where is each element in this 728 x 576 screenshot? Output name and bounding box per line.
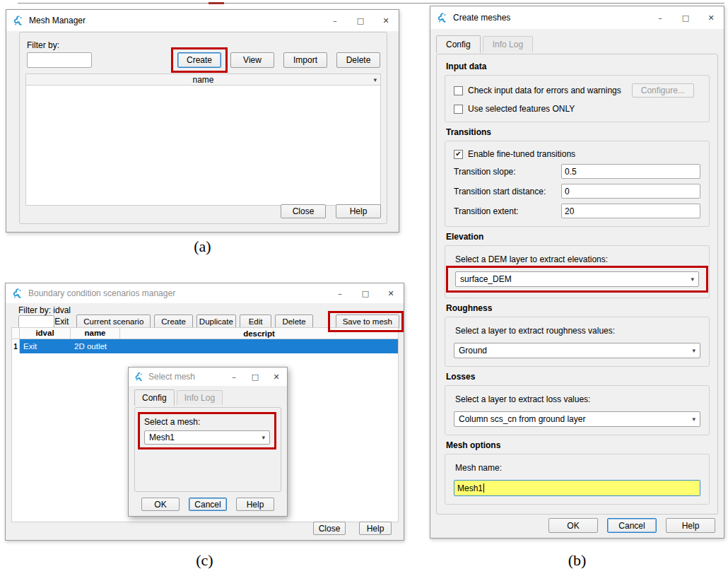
cell-idval: Exit <box>20 342 71 351</box>
filter-by-idval-label: Filter by: idval <box>18 305 71 315</box>
mesh-options-heading: Mesh options <box>446 440 710 450</box>
crop-artifact-line <box>18 3 724 4</box>
mesh-options-group: Mesh name: Mesh1 <box>445 454 710 505</box>
cancel-button[interactable]: Cancel <box>189 498 227 511</box>
titlebar[interactable]: Boundary condition scenarios manager – □… <box>6 283 404 303</box>
check-input-data-label: Check input data for errors and warnings <box>468 86 621 95</box>
mesh-name-input[interactable]: Mesh1 <box>454 480 700 496</box>
save-to-mesh-button[interactable]: Save to mesh <box>336 315 399 329</box>
mesh-manager-window: Mesh Manager – □ ✕ Filter by: Create Vie… <box>6 9 399 233</box>
help-button[interactable]: Help <box>336 204 381 218</box>
current-scenario-name: Exit <box>54 317 69 327</box>
checkmark-icon: ✔ <box>455 151 461 158</box>
loss-layer-select[interactable]: Column scs_cn from ground layer ▾ <box>454 411 700 427</box>
mesh-name-value: Mesh1 <box>457 483 483 493</box>
filter-input[interactable] <box>27 52 92 68</box>
tab-config[interactable]: Config <box>436 35 481 53</box>
window-title: Select mesh <box>148 372 195 382</box>
figure-caption-c: (c) <box>5 551 404 570</box>
filter-input[interactable] <box>18 315 54 329</box>
tab-info-log[interactable]: Info Log <box>177 390 223 405</box>
maximize-icon[interactable]: □ <box>353 283 378 303</box>
cell-name: 2D outlet <box>71 342 120 351</box>
tab-info-log[interactable]: Info Log <box>483 36 533 52</box>
import-button[interactable]: Import <box>283 52 327 68</box>
chevron-down-icon: ▾ <box>691 276 694 283</box>
check-input-data-checkbox[interactable] <box>454 86 463 95</box>
input-data-group: Check input data for errors and warnings… <box>445 75 710 122</box>
dem-layer-value: surface_DEM <box>460 274 512 284</box>
enable-transitions-checkbox[interactable]: ✔ <box>454 150 463 159</box>
edit-button[interactable]: Edit <box>240 315 272 329</box>
duplicate-button[interactable]: Duplicate <box>196 315 236 329</box>
transition-start-distance-label: Transition start distance: <box>454 187 561 196</box>
roughness-heading: Roughness <box>446 303 710 313</box>
losses-heading: Losses <box>446 372 710 382</box>
help-button[interactable]: Help <box>666 518 715 533</box>
mesh-name-label: Mesh name: <box>455 463 700 473</box>
use-selected-features-checkbox[interactable] <box>454 105 463 114</box>
loss-layer-label: Select a layer to extract loss values: <box>455 394 700 404</box>
current-scenario-button[interactable]: Current scenario <box>76 315 151 329</box>
table-body-empty[interactable] <box>25 86 381 206</box>
view-button[interactable]: View <box>230 52 274 68</box>
table-row-selected[interactable]: 1 Exit 2D outlet <box>11 339 399 353</box>
mesh-select[interactable]: Mesh1 ▾ <box>144 430 270 445</box>
minimize-icon[interactable]: – <box>647 6 673 29</box>
tab-config[interactable]: Config <box>134 389 175 406</box>
titlebar[interactable]: Create meshes – □ ✕ <box>430 6 724 29</box>
chevron-down-icon: ▾ <box>262 434 265 441</box>
cancel-button[interactable]: Cancel <box>607 518 657 533</box>
ok-button[interactable]: OK <box>141 498 180 511</box>
close-button[interactable]: Close <box>281 204 326 218</box>
crop-artifact-red-mark <box>209 2 224 4</box>
filter-by-label: Filter by: <box>27 40 59 50</box>
elevation-group: Select a DEM layer to extract elevations… <box>445 245 710 298</box>
delete-button[interactable]: Delete <box>275 315 312 329</box>
create-button[interactable]: Create <box>177 52 221 68</box>
dem-layer-select[interactable]: surface_DEM ▾ <box>455 271 699 287</box>
maximize-icon[interactable]: □ <box>673 6 698 29</box>
elevation-heading: Elevation <box>446 232 710 242</box>
titlebar[interactable]: Mesh Manager – □ ✕ <box>6 10 399 31</box>
transition-extent-input[interactable]: 20 <box>561 204 700 218</box>
transition-start-distance-input[interactable]: 0 <box>561 184 700 199</box>
app-icon <box>13 16 23 26</box>
select-mesh-label: Select a mesh: <box>144 417 270 427</box>
chevron-down-icon[interactable]: ▾ <box>373 76 377 83</box>
maximize-icon[interactable]: □ <box>348 10 373 31</box>
transition-slope-input[interactable]: 0.5 <box>561 164 700 179</box>
roughness-group: Select a layer to extract roughness valu… <box>445 317 710 367</box>
app-icon <box>437 13 447 23</box>
chevron-down-icon: ▾ <box>692 416 695 423</box>
transition-slope-label: Transition slope: <box>454 167 561 177</box>
help-button[interactable]: Help <box>236 498 274 511</box>
roughness-layer-select[interactable]: Ground ▾ <box>454 343 700 358</box>
tab-bar: Config Info Log <box>436 35 533 52</box>
maximize-icon[interactable]: □ <box>245 368 266 386</box>
column-header-idval: idval <box>20 328 71 339</box>
minimize-icon[interactable]: – <box>327 283 353 303</box>
close-icon[interactable]: ✕ <box>266 368 287 386</box>
close-icon[interactable]: ✕ <box>698 6 724 29</box>
figure-caption-a: (a) <box>6 237 399 256</box>
figure-caption-b: (b) <box>430 551 724 570</box>
minimize-icon[interactable]: – <box>223 368 245 386</box>
close-icon[interactable]: ✕ <box>378 283 404 303</box>
column-header-name: name <box>192 75 213 85</box>
titlebar[interactable]: Select mesh – □ ✕ <box>129 368 287 386</box>
footer-buttons: OK Cancel Help <box>548 518 715 533</box>
app-icon <box>12 288 23 299</box>
close-icon[interactable]: ✕ <box>373 10 399 31</box>
close-button[interactable]: Close <box>313 522 346 535</box>
row-number-gutter <box>12 328 20 339</box>
configure-button[interactable]: Configure... <box>632 83 694 98</box>
help-button[interactable]: Help <box>359 522 392 535</box>
delete-button[interactable]: Delete <box>336 52 380 68</box>
dem-layer-label: Select a DEM layer to extract elevations… <box>455 254 700 264</box>
table-header: idval name descript <box>11 327 399 339</box>
ok-button[interactable]: OK <box>548 518 598 533</box>
transitions-group: ✔ Enable fine-tuned transitions Transiti… <box>445 141 710 227</box>
create-button[interactable]: Create <box>154 315 193 329</box>
minimize-icon[interactable]: – <box>322 10 348 31</box>
